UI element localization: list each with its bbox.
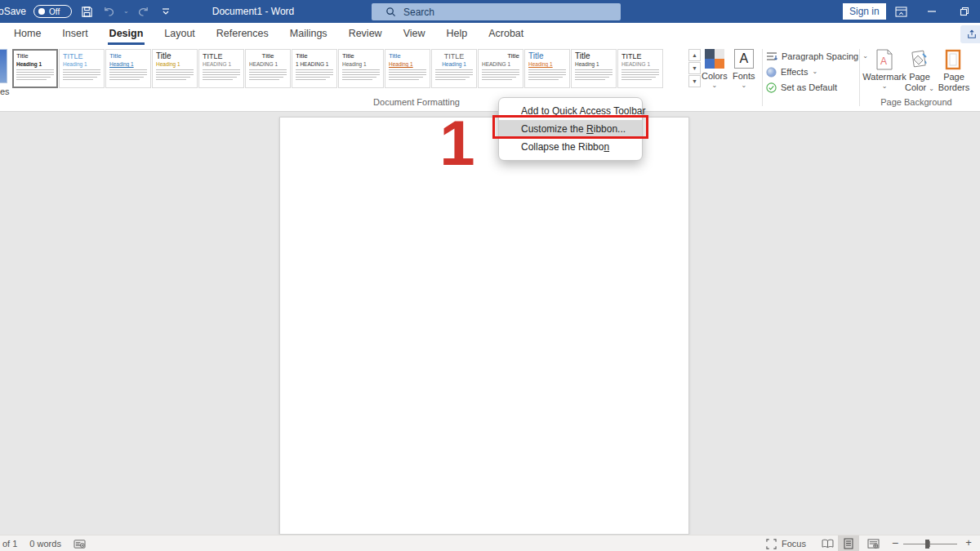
themes-swatch-icon xyxy=(0,49,7,83)
page-indicator[interactable]: of 1 xyxy=(2,539,17,549)
ribbon-tab[interactable]: Home xyxy=(3,23,51,46)
context-menu-item[interactable]: Collapse the Ribbon xyxy=(499,138,642,156)
ribbon-divider xyxy=(762,49,763,106)
style-set-thumbnail[interactable]: TITLE Heading 1 xyxy=(431,49,477,88)
search-input[interactable]: Search xyxy=(372,3,621,20)
style-set-thumbnail[interactable]: TITLE Heading 1 xyxy=(59,49,105,88)
focus-label: Focus xyxy=(782,539,806,549)
style-set-thumbnail[interactable]: Title 1 HEADING 1 xyxy=(292,49,337,88)
style-set-thumbnail[interactable]: Title Heading 1 xyxy=(105,49,151,88)
customize-quick-access-icon[interactable] xyxy=(158,4,173,19)
style-set-gallery: Title Heading 1 TITLE Heading 1 Title He… xyxy=(12,49,663,88)
ribbon-tabs: HomeInsertDesignLayoutReferencesMailings… xyxy=(0,23,980,46)
menu-item-text: Customize the xyxy=(521,123,586,135)
restore-window-icon[interactable] xyxy=(954,0,975,23)
thumb-heading: Heading 1 xyxy=(435,61,473,68)
menu-item-text: dd to Quick Access Toolbar xyxy=(528,105,646,117)
ribbon-tab[interactable]: Layout xyxy=(154,23,206,46)
word-count[interactable]: 0 words xyxy=(29,539,61,549)
page-borders-label: Page Borders xyxy=(936,72,972,93)
ribbon-display-options-icon[interactable] xyxy=(890,0,911,23)
set-as-default-label: Set as Default xyxy=(781,82,837,92)
set-as-default-button[interactable]: Set as Default xyxy=(766,81,868,94)
effects-button[interactable]: Effects ⌄ xyxy=(766,65,868,78)
ribbon-tab[interactable]: Design xyxy=(99,23,154,46)
effects-icon xyxy=(766,67,777,78)
page-borders-button[interactable]: Page Borders xyxy=(936,49,972,93)
web-layout-icon[interactable] xyxy=(862,535,884,551)
fonts-label: Fonts xyxy=(733,71,755,81)
sign-in-button[interactable]: Sign in xyxy=(843,3,886,20)
search-placeholder: Search xyxy=(403,7,434,18)
thumb-title: Title xyxy=(389,52,426,60)
chevron-down-icon: ⌄ xyxy=(812,69,817,74)
style-set-thumbnail[interactable]: Title Heading 1 xyxy=(524,49,570,88)
ribbon-tab[interactable]: View xyxy=(393,23,436,46)
context-menu-item[interactable]: Add to Quick Access Toolbar xyxy=(499,102,642,120)
style-set-thumbnail[interactable]: Title Heading 1 xyxy=(152,49,198,88)
page-color-button[interactable]: Page Color ⌄ xyxy=(903,49,936,93)
style-set-thumbnail[interactable]: TITLE HEADING 1 xyxy=(617,49,663,88)
zoom-slider[interactable] xyxy=(903,544,957,544)
document-area: 1 xyxy=(0,112,980,535)
print-layout-icon[interactable] xyxy=(838,535,859,551)
fonts-button[interactable]: A Fonts ⌄ xyxy=(733,49,755,88)
undo-icon[interactable] xyxy=(101,4,116,19)
gallery-scroll-up-icon[interactable]: ▲ xyxy=(688,49,701,61)
thumb-title: Title xyxy=(296,52,333,60)
autosave-state: Off xyxy=(49,7,60,16)
thumb-body-lines xyxy=(156,69,194,80)
ribbon-tab[interactable]: Review xyxy=(338,23,393,46)
ribbon-tab[interactable]: Mailings xyxy=(279,23,338,46)
status-bar: of 1 0 words Focus − + xyxy=(0,535,980,551)
minimize-icon[interactable] xyxy=(921,0,942,23)
gallery-scroll-down-icon[interactable]: ▼ xyxy=(688,62,701,74)
thumb-body-lines xyxy=(389,69,426,80)
menu-item-accelerator: R xyxy=(586,123,594,135)
page-borders-icon xyxy=(945,49,963,70)
colors-button[interactable]: Colors ⌄ xyxy=(702,49,728,88)
thumb-title: Title xyxy=(16,52,54,60)
style-set-thumbnail[interactable]: Title Heading 1 xyxy=(571,49,617,88)
search-icon xyxy=(385,7,396,17)
context-menu-item[interactable]: Customize the Ribbon... xyxy=(499,120,642,138)
autosave-label: oSave xyxy=(0,6,26,17)
save-icon[interactable] xyxy=(79,4,94,19)
redo-icon[interactable] xyxy=(136,4,151,19)
zoom-in-button[interactable]: + xyxy=(962,535,975,551)
thumb-heading: Heading 1 xyxy=(575,61,612,68)
read-mode-icon[interactable] xyxy=(817,535,838,551)
thumb-body-lines xyxy=(435,69,473,80)
gallery-more-icon[interactable]: ▼ xyxy=(688,75,701,87)
style-set-thumbnail[interactable]: Title Heading 1 xyxy=(338,49,384,88)
document-page[interactable] xyxy=(279,117,689,535)
thumb-body-lines xyxy=(63,69,100,80)
zoom-slider-thumb[interactable] xyxy=(925,540,929,549)
themes-button-clipped[interactable]: es xyxy=(0,49,7,98)
thumb-heading: HEADING 1 xyxy=(203,61,240,68)
thumb-heading: Heading 1 xyxy=(156,61,194,68)
share-icon xyxy=(967,29,977,39)
thumb-title: Title xyxy=(249,52,287,60)
autosave-toggle[interactable]: Off xyxy=(33,5,72,18)
zoom-out-button[interactable]: − xyxy=(889,535,902,551)
chevron-down-icon: ⌄ xyxy=(712,83,718,88)
ribbon-tab[interactable]: References xyxy=(206,23,279,46)
share-button[interactable]: Sh xyxy=(960,25,980,43)
style-set-thumbnail[interactable]: Title HEADING 1 xyxy=(478,49,523,88)
focus-button[interactable]: Focus xyxy=(766,535,806,551)
thumb-heading: HEADING 1 xyxy=(249,61,287,68)
ribbon-tab[interactable]: Acrobat xyxy=(478,23,534,46)
style-set-thumbnail[interactable]: Title HEADING 1 xyxy=(245,49,291,88)
style-set-thumbnail[interactable]: Title Heading 1 xyxy=(385,49,430,88)
ribbon-tab[interactable]: Help xyxy=(436,23,479,46)
annotation-step-number: 1 xyxy=(431,113,483,172)
ribbon-tab[interactable]: Insert xyxy=(51,23,98,46)
style-set-thumbnail[interactable]: TITLE HEADING 1 xyxy=(198,49,244,88)
document-formatting-options: Paragraph Spacing ⌄ Effects ⌄ Set as Def… xyxy=(766,50,868,94)
undo-dropdown-icon[interactable]: ⌄ xyxy=(123,9,129,14)
style-set-thumbnail[interactable]: Title Heading 1 xyxy=(12,49,58,88)
watermark-button[interactable]: A Watermark ⌄ xyxy=(864,49,905,89)
paragraph-spacing-button[interactable]: Paragraph Spacing ⌄ xyxy=(766,50,868,63)
proofing-icon[interactable] xyxy=(74,539,86,549)
